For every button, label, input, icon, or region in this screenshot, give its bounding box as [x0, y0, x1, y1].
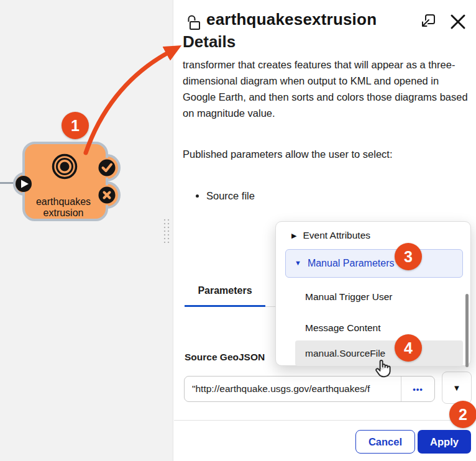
source-geojson-label: Source GeoJSON — [185, 352, 265, 363]
tab-parameters[interactable]: Parameters — [185, 278, 265, 307]
step-badge-2: 2 — [449, 401, 476, 428]
menu-item-label: Manual Parameters — [308, 258, 395, 269]
unlocked-padlock-icon — [186, 14, 203, 32]
menu-item-message-content[interactable]: Message Content — [305, 322, 381, 334]
parameter-dropdown-menu: ▶Event Attributes ▼Manual Parameters Man… — [275, 221, 471, 366]
input-port-play-icon[interactable] — [16, 176, 32, 192]
source-geojson-input-group: "http://earthquake.usgs.gov/earthquakes/… — [184, 376, 435, 402]
triangle-right-icon: ▶ — [291, 232, 296, 240]
bullseye-icon — [53, 155, 76, 178]
apply-button[interactable]: Apply — [418, 430, 471, 454]
step-badge-3: 3 — [395, 243, 422, 270]
open-text-editor-button[interactable]: ••• — [401, 377, 434, 401]
failed-port-x-icon[interactable] — [99, 187, 116, 204]
published-parameters-list: Source file — [198, 190, 255, 202]
transformer-node[interactable]: earthquakes extrusion — [11, 140, 121, 225]
close-icon[interactable] — [449, 12, 467, 31]
details-heading: Details — [183, 32, 236, 52]
success-port-check-icon[interactable] — [99, 160, 116, 176]
menu-item-manual-parameters[interactable]: ▼Manual Parameters — [285, 249, 463, 278]
parameter-menu-button[interactable]: ▼ — [442, 372, 472, 404]
step-badge-4: 4 — [395, 334, 422, 362]
chevron-down-icon: ▼ — [453, 383, 461, 393]
dropdown-scrollbar[interactable] — [465, 294, 469, 367]
menu-item-manual-sourcefile[interactable]: manual.SourceFile — [295, 340, 463, 366]
list-item: Source file — [206, 190, 255, 202]
menu-item-manual-trigger-user[interactable]: Manual Trigger User — [305, 291, 392, 303]
menu-item-label: Event Attributes — [303, 230, 370, 240]
source-geojson-input[interactable]: "http://earthquake.usgs.gov/earthquakes/… — [185, 377, 401, 401]
page-title: earthquakesextrusion — [206, 10, 377, 29]
cancel-button[interactable]: Cancel — [355, 430, 415, 454]
node-label-line2: extrusion — [43, 208, 84, 218]
menu-item-event-attributes[interactable]: ▶Event Attributes — [291, 230, 370, 241]
transformer-details-screen: earthquakes extrusion earthquakesextrusi… — [0, 0, 476, 461]
popout-window-icon[interactable] — [419, 12, 437, 31]
workflow-canvas[interactable]: earthquakes extrusion — [0, 0, 173, 461]
node-label-line1: earthquakes — [36, 196, 91, 207]
triangle-down-icon: ▼ — [295, 259, 301, 267]
details-description: transformer that creates features that w… — [183, 57, 472, 121]
panel-resize-handle[interactable] — [163, 218, 170, 243]
published-parameters-line: Published parameters allow the user to s… — [183, 148, 393, 160]
step-badge-1: 1 — [62, 112, 89, 139]
footer-divider — [174, 420, 476, 421]
